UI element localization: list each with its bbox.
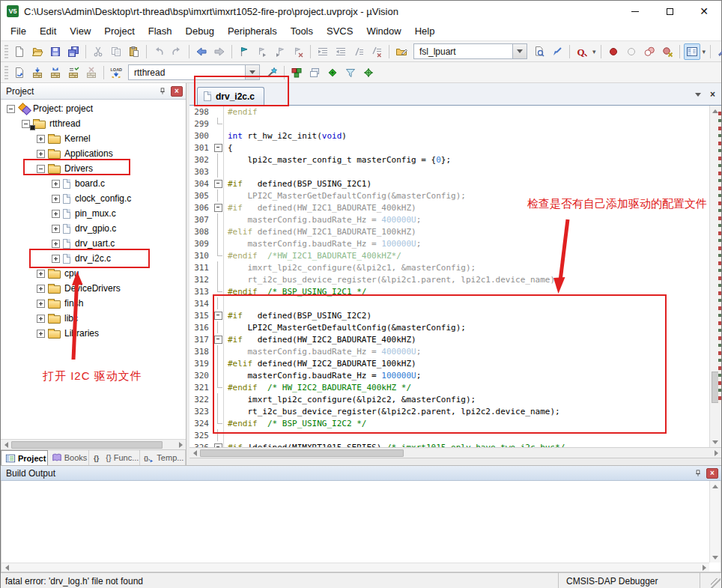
code-line-314[interactable]: 314 [189, 297, 709, 309]
open-file-button[interactable] [29, 43, 46, 60]
code-line-322[interactable]: 322 imxrt_lpi2c_configure(&lpi2c2, &mast… [189, 393, 709, 405]
fold-collapse-icon[interactable] [212, 333, 224, 345]
code-line-305[interactable]: 305 LPI2C_MasterGetDefaultConfig(&master… [189, 190, 709, 201]
code-line-300[interactable]: 300int rt_hw_i2c_init(void) [189, 130, 709, 142]
scroll-right-icon[interactable] [711, 448, 721, 458]
tree-item-libraries[interactable]: Libraries [1, 326, 186, 341]
tree-item-drv-gpio-c[interactable]: drv_gpio.c [1, 221, 186, 236]
rebuild-button[interactable] [47, 64, 64, 81]
code-line-298[interactable]: 298#endif [189, 106, 709, 118]
menu-debug[interactable]: Debug [179, 22, 221, 40]
find-combobox[interactable]: fsl_lpuart [413, 43, 527, 59]
find-value[interactable]: fsl_lpuart [414, 46, 512, 57]
code-line-321[interactable]: 321#endif /* HW_I2C2_BADURATE_400kHZ */ [189, 381, 709, 393]
code-line-302[interactable]: 302 lpi2c_master_config_t masterConfig =… [189, 154, 709, 166]
bp-kill-all-button[interactable] [659, 43, 676, 60]
build-output-content[interactable] [1, 481, 721, 572]
code-line-312[interactable]: 312 rt_i2c_bus_device_register(&lpi2c1.p… [189, 273, 709, 285]
code-line-303[interactable]: 303 [189, 166, 709, 178]
incremental-find-button[interactable] [549, 43, 565, 60]
tree-item-libc[interactable]: libc [1, 311, 186, 326]
expand-icon[interactable] [37, 270, 45, 278]
expand-icon[interactable] [52, 225, 60, 233]
tab-list-dropdown-icon[interactable] [695, 93, 701, 97]
uncomment-box-button[interactable] [368, 43, 385, 60]
expand-icon[interactable] [37, 150, 45, 158]
menu-svcs[interactable]: SVCS [320, 22, 360, 40]
tree-item-cpu[interactable]: cpu [1, 266, 186, 281]
code-line-309[interactable]: 309 masterConfig.baudRate_Hz = 100000U; [189, 237, 709, 249]
scrollbar-thumb[interactable] [200, 449, 404, 457]
tree-item-kernel[interactable]: Kernel [1, 131, 186, 146]
maximize-button[interactable] [652, 1, 687, 22]
scroll-up-icon[interactable] [710, 481, 721, 491]
menu-window[interactable]: Window [360, 22, 407, 40]
code-line-308[interactable]: 308#elif defined(HW_I2C1_BADURATE_100kHZ… [189, 225, 709, 237]
code-line-325[interactable]: 325 [189, 429, 709, 441]
expand-icon[interactable] [52, 255, 60, 263]
code-line-306[interactable]: 306#if defined(HW_I2C1_BADURATE_400kHZ) [189, 201, 709, 213]
code-line-307[interactable]: 307 masterConfig.baudRate_Hz = 400000U; [189, 213, 709, 225]
project-panel-close-icon[interactable]: × [171, 86, 183, 97]
scroll-left-icon[interactable] [1, 440, 11, 450]
manage-items-button[interactable] [306, 64, 323, 81]
tree-item-rtthread[interactable]: rtthread [1, 116, 186, 131]
load-button[interactable]: LOAD [108, 64, 124, 81]
close-button[interactable]: ✕ [687, 1, 721, 22]
bookmark-button[interactable] [236, 43, 252, 60]
batch-build-button[interactable] [65, 64, 82, 81]
expand-icon[interactable] [37, 135, 45, 143]
project-tree-hscrollbar[interactable] [1, 439, 186, 449]
fold-collapse-icon[interactable] [212, 441, 224, 447]
bp-enable-button[interactable] [623, 43, 640, 60]
scroll-right-icon[interactable] [699, 563, 709, 573]
code-line-320[interactable]: 320 masterConfig.baudRate_Hz = 100000U; [189, 369, 709, 381]
nav-back-button[interactable] [193, 43, 210, 60]
indent-button[interactable] [315, 43, 331, 60]
workspace-tab-temp[interactable]: {},Temp... [140, 450, 186, 465]
menu-tools[interactable]: Tools [284, 22, 320, 40]
find-in-files-button[interactable] [531, 43, 547, 60]
toolbar-grip[interactable] [4, 45, 8, 58]
close-file-icon[interactable]: × [710, 89, 715, 100]
code-line-326[interactable]: 326#if !defined(MIMXRT1015_SERIES) /* im… [189, 441, 709, 447]
workspace-tab-func[interactable]: {}{} Func... [89, 450, 140, 465]
undo-button[interactable] [151, 43, 167, 60]
translate-button[interactable] [11, 64, 28, 81]
minimize-button[interactable] [618, 1, 652, 22]
tree-item-finsh[interactable]: finsh [1, 296, 186, 311]
filter-button[interactable] [342, 64, 359, 81]
tree-item-applications[interactable]: Applications [1, 146, 186, 161]
expand-icon[interactable] [52, 195, 60, 203]
code-line-318[interactable]: 318 masterConfig.baudRate_Hz = 400000U; [189, 345, 709, 357]
tree-item-drv-i2c-c[interactable]: drv_i2c.c [1, 251, 186, 266]
fold-collapse-icon[interactable] [212, 142, 224, 154]
code-line-313[interactable]: 313#endif /* BSP_USING_I2C1 */ [189, 285, 709, 297]
code-line-311[interactable]: 311 imxrt_lpi2c_configure(&lpi2c1, &mast… [189, 261, 709, 273]
scroll-down-icon[interactable] [710, 552, 721, 563]
pack-installer-button[interactable] [360, 64, 377, 81]
toolbar-grip[interactable] [4, 66, 8, 79]
paste-button[interactable] [126, 43, 142, 60]
copy-button[interactable] [108, 43, 124, 60]
code-line-301[interactable]: 301{ [189, 142, 709, 154]
menu-edit[interactable]: Edit [33, 22, 63, 40]
build-button[interactable] [29, 64, 46, 81]
scroll-left-icon[interactable] [189, 448, 200, 458]
code-line-324[interactable]: 324#endif /* BSP_USING_I2C2 */ [189, 417, 709, 429]
manage-rte-button[interactable] [288, 64, 305, 81]
dropdown-arrow-icon[interactable]: ▾ [703, 48, 706, 55]
build-output-vscrollbar[interactable] [709, 481, 721, 563]
build-output-hscrollbar[interactable] [1, 563, 709, 572]
expand-icon[interactable] [37, 315, 45, 323]
editor-hscrollbar[interactable] [189, 447, 721, 458]
code-line-317[interactable]: 317#if defined(HW_I2C2_BADURATE_400kHZ) [189, 333, 709, 345]
menu-peripherals[interactable]: Peripherals [221, 22, 284, 40]
save-all-button[interactable] [65, 43, 82, 60]
expand-icon[interactable] [37, 300, 45, 308]
bookmark-next-button[interactable] [254, 43, 270, 60]
code-line-310[interactable]: 310#endif /*HW_I2C1_BADURATE_400kHZ*/ [189, 249, 709, 261]
new-file-button[interactable] [11, 43, 28, 60]
pin-icon[interactable] [693, 468, 703, 479]
bookmark-prev-button[interactable] [272, 43, 288, 60]
